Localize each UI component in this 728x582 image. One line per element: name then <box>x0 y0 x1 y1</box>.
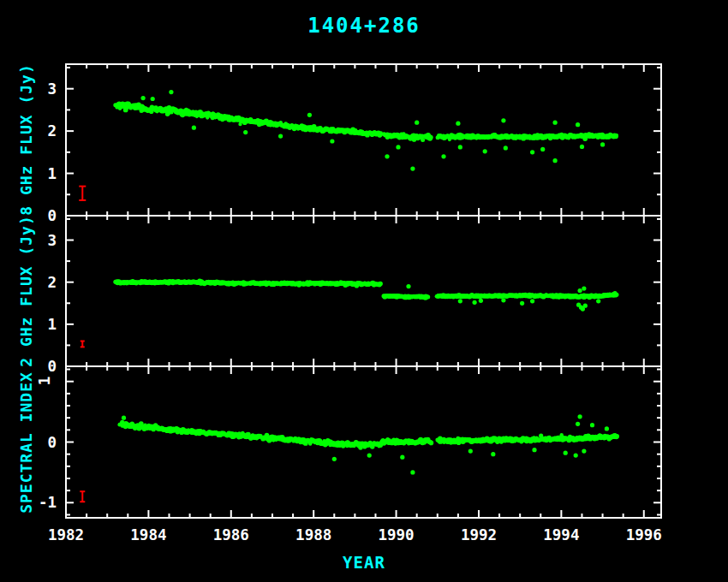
svg-text:1996: 1996 <box>626 526 662 543</box>
panel-0-markers <box>113 90 618 171</box>
y-axis-title-spectral-index: SPECTRAL INDEX <box>17 371 35 514</box>
y-axis-title-2ghz-flux: 2 GHz FLUX (Jy) <box>17 215 35 367</box>
svg-text:0: 0 <box>47 207 57 224</box>
panel-0-error-bar <box>79 187 86 200</box>
svg-text:1992: 1992 <box>461 526 497 543</box>
svg-text:2: 2 <box>47 122 57 140</box>
chart-title: 1404+286 <box>0 14 728 38</box>
svg-text:-1: -1 <box>39 494 57 511</box>
svg-text:1994: 1994 <box>543 526 579 543</box>
svg-text:1: 1 <box>47 316 57 333</box>
panel-2-error-bar <box>80 491 85 502</box>
svg-text:1: 1 <box>36 377 53 386</box>
panel-1-error-bar <box>81 341 85 347</box>
panel-1-ytick-labels: 0123 <box>47 232 57 375</box>
svg-text:0: 0 <box>47 358 57 375</box>
svg-text:0: 0 <box>47 434 57 451</box>
x-axis-title: YEAR <box>0 553 728 572</box>
svg-text:1: 1 <box>47 165 57 182</box>
svg-text:1984: 1984 <box>130 526 166 543</box>
panel-1-frame <box>66 216 661 366</box>
light-curve-figure: 1404+286 8 GHz FLUX (Jy) 2 GHz FLUX (Jy)… <box>0 0 728 582</box>
svg-text:3: 3 <box>47 80 57 98</box>
svg-text:1988: 1988 <box>295 526 331 543</box>
panel-0-frame <box>66 64 661 216</box>
svg-text:2: 2 <box>47 274 57 291</box>
svg-text:1986: 1986 <box>213 526 249 543</box>
plot-canvas: 01230123-1011982198419861988199019921994… <box>0 0 728 582</box>
panel-2-ytick-labels: -101 <box>36 377 57 512</box>
x-tick-labels: 19821984198619881990199219941996 <box>48 526 662 543</box>
panel-1-markers <box>113 279 618 312</box>
panel-2-markers <box>117 414 619 474</box>
svg-text:3: 3 <box>47 232 57 249</box>
svg-text:1990: 1990 <box>378 526 414 543</box>
y-axis-title-8ghz-flux: 8 GHz FLUX (Jy) <box>17 63 35 216</box>
panel-0-ytick-labels: 0123 <box>47 80 57 224</box>
svg-text:1982: 1982 <box>48 526 84 543</box>
